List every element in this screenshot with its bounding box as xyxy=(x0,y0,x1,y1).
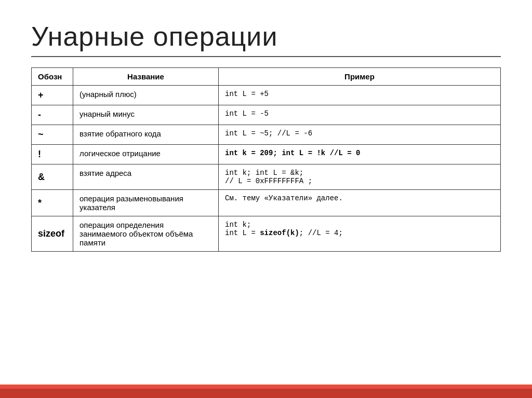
name-cell: операция разыменовывания указателя xyxy=(73,190,219,216)
header-example: Пример xyxy=(219,68,501,86)
name-cell: унарный минус xyxy=(73,105,219,125)
slide-title: Унарные операции xyxy=(31,21,501,52)
sign-cell: sizeof xyxy=(32,216,73,252)
example-cell: int L = -5 xyxy=(219,105,501,125)
table-row: & взятие адреса int k; int L = &k;// L =… xyxy=(32,164,501,190)
sign-cell: * xyxy=(32,190,73,216)
sign-cell: ! xyxy=(32,145,73,164)
table-row: ~ взятие обратного кода int L = ~5; //L … xyxy=(32,125,501,145)
table-row: * операция разыменовывания указателя См.… xyxy=(32,190,501,216)
name-cell: логическое отрицание xyxy=(73,145,219,164)
operations-table: Обозн Название Пример + (унарный плюс) i… xyxy=(31,67,501,252)
example-cell: int k = 209; int L = !k //L = 0 xyxy=(219,145,501,164)
name-cell: (унарный плюс) xyxy=(73,86,219,105)
accent-bar xyxy=(0,385,532,389)
example-cell: См. тему «Указатели» далее. xyxy=(219,190,501,216)
name-cell: взятие обратного кода xyxy=(73,125,219,145)
sign-cell: + xyxy=(32,86,73,105)
header-sign: Обозн xyxy=(32,68,73,86)
example-cell: int k;int L = sizeof(k); //L = 4; xyxy=(219,216,501,252)
example-cell: int k; int L = &k;// L = 0xFFFFFFFFA ; xyxy=(219,164,501,190)
slide-content: Унарные операции Обозн Название Пример +… xyxy=(0,0,532,398)
example-cell: int L = ~5; //L = -6 xyxy=(219,125,501,145)
sign-cell: & xyxy=(32,164,73,190)
table-row: ! логическое отрицание int k = 209; int … xyxy=(32,145,501,164)
bottom-bar xyxy=(0,389,532,398)
table-row: + (унарный плюс) int L = +5 xyxy=(32,86,501,105)
sign-cell: - xyxy=(32,105,73,125)
table-row: sizeof операция определения занимаемого … xyxy=(32,216,501,252)
name-cell: операция определения занимаемого объекто… xyxy=(73,216,219,252)
table-header-row: Обозн Название Пример xyxy=(32,68,501,86)
title-underline xyxy=(31,56,501,57)
slide: Унарные операции Обозн Название Пример +… xyxy=(0,0,532,398)
sign-cell: ~ xyxy=(32,125,73,145)
example-cell: int L = +5 xyxy=(219,86,501,105)
header-name: Название xyxy=(73,68,219,86)
name-cell: взятие адреса xyxy=(73,164,219,190)
table-row: - унарный минус int L = -5 xyxy=(32,105,501,125)
